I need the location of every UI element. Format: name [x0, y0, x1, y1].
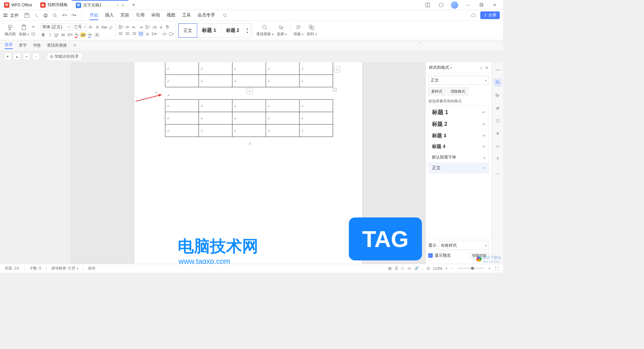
style-item-h2[interactable]: 标题 2↵ [429, 118, 489, 130]
strip-select-icon[interactable] [494, 91, 502, 99]
menu-tab-start[interactable]: 开始 [90, 11, 98, 20]
view-outline-icon[interactable]: ☰ [395, 266, 398, 270]
menu-tab-page[interactable]: 页面 [120, 11, 129, 20]
clear-format-icon[interactable] [108, 24, 114, 30]
subtab-close-icon[interactable]: ✕ [73, 43, 76, 48]
redo-icon[interactable]: ↷▾ [70, 11, 78, 19]
style-heading2[interactable]: 标题 2 [221, 23, 245, 38]
subtab-toc[interactable]: 目录 [5, 42, 13, 49]
strip-more-icon[interactable]: ⋯ [494, 170, 502, 178]
font-color-icon[interactable]: A▾ [74, 32, 79, 38]
arrange-button[interactable]: 排列 ▾ [305, 23, 318, 37]
tab-document[interactable]: W 文字文稿1 • × [72, 0, 128, 10]
style-item-h3[interactable]: 标题 3↵ [429, 130, 489, 141]
strip-styles-icon[interactable] [494, 79, 502, 87]
zoom-out-button[interactable]: － [450, 266, 454, 271]
increase-font-icon[interactable]: A+ [88, 24, 94, 30]
hamburger-icon[interactable] [3, 14, 7, 17]
view-page-icon[interactable]: ▤ [388, 266, 391, 270]
fill-color-icon[interactable]: ◇▾ [162, 31, 167, 37]
table-add-row-button[interactable]: ＋ [247, 88, 253, 94]
superscript-icon[interactable]: X²▾ [67, 32, 73, 38]
strip-collapse-icon[interactable]: — [494, 66, 502, 74]
number-list-icon[interactable]: ≡▾ [125, 24, 130, 30]
italic-icon[interactable]: I [47, 32, 53, 38]
underline-icon[interactable]: U▾ [54, 32, 59, 38]
ribbon-collapse-handle[interactable] [419, 39, 425, 42]
zoom-value[interactable]: 113% [433, 266, 442, 270]
fit-icon[interactable]: ⊡ [427, 266, 430, 270]
format-brush-button[interactable]: 格式刷 [3, 23, 17, 37]
style-item-h4[interactable]: 标题 4↵ [429, 141, 489, 152]
menu-tab-reference[interactable]: 引用 [136, 11, 145, 20]
layout-button[interactable]: 排版 ▾ [292, 23, 305, 37]
font-size-select[interactable]: 三号▾ [72, 23, 87, 31]
zoom-in-button[interactable]: ＋ [488, 266, 491, 271]
strip-shapes-icon[interactable]: ⬡ [494, 117, 502, 125]
paste-button[interactable]: 粘贴 ▾ [18, 23, 30, 37]
strip-settings-icon[interactable]: ⇄ [494, 104, 502, 112]
style-gallery-more[interactable]: ▴▾ [244, 27, 250, 34]
select-button[interactable]: 选择 ▾ [275, 23, 288, 37]
style-heading1[interactable]: 标题 1 [197, 23, 221, 38]
zoom-slider[interactable] [458, 268, 484, 269]
table-2[interactable]: ↲↲↲↲↲ ↲↲↲↲↲ ↲↲↲↲↲ [165, 99, 333, 137]
fullscreen-icon[interactable]: ⛶ [495, 266, 498, 270]
bullet-list-icon[interactable]: ☰▾ [118, 24, 123, 30]
align-justify-icon[interactable] [138, 31, 144, 37]
line-break-icon[interactable]: ↲ [158, 24, 164, 30]
change-case-icon[interactable]: Aa▾ [102, 24, 107, 30]
undo-icon[interactable]: ↶▾ [60, 11, 68, 19]
table-1[interactable]: ↲↲↲↲↲ ↲↲↲↲↲ ↲↲↲↲↲ [165, 62, 333, 87]
new-tab-button[interactable]: ＋ [128, 1, 139, 8]
style-item-default[interactable]: 默认段落字体a [429, 152, 489, 162]
current-style-select[interactable]: 正文▾ [428, 76, 489, 85]
panel-close-icon[interactable]: ✕ [485, 65, 488, 70]
user-avatar[interactable] [449, 0, 460, 10]
menu-tab-tools[interactable]: 工具 [182, 11, 191, 20]
maximize-button[interactable] [476, 0, 486, 10]
clear-format-button[interactable]: 清除格式 [447, 88, 468, 95]
menu-tab-view[interactable]: 视图 [167, 11, 175, 20]
distribute-icon[interactable]: ⫼ [145, 31, 150, 37]
table-add-col-button[interactable]: ＋ [334, 66, 340, 72]
minimize-button[interactable]: — [463, 0, 473, 10]
outline-remove-button[interactable]: － [32, 53, 40, 60]
shading-icon[interactable]: A▾ [88, 32, 93, 38]
align-left-icon[interactable] [118, 31, 123, 37]
strip-help-icon[interactable]: ? [494, 155, 502, 163]
outline-add-button[interactable]: ＋ [23, 53, 30, 60]
view-web-icon[interactable]: ▭ [408, 266, 411, 270]
tab-daoge[interactable]: ◆ 找稻壳模板 [36, 0, 72, 10]
cube-icon[interactable] [436, 0, 446, 10]
view-link-icon[interactable]: 🔗 [414, 266, 419, 270]
align-center-icon[interactable] [125, 31, 130, 37]
outline-expand-button[interactable]: ▴ [13, 53, 21, 60]
new-style-button[interactable]: 新样式 [428, 88, 445, 95]
align-right-icon[interactable] [131, 31, 137, 37]
document-area[interactable]: ✥ ↲↲↲↲↲ ↲↲↲↲↲ ↲↲↲↲↲ ＋ ＋ ↲ ⠿ ↲↲↲↲↲ ↲↲↲↲↲ … [70, 62, 425, 264]
pin-icon[interactable]: ⟐ [480, 65, 482, 70]
search-icon[interactable] [221, 11, 229, 19]
tab-close-icon[interactable]: × [122, 3, 124, 8]
file-menu[interactable]: 文件 [10, 12, 19, 18]
decrease-indent-icon[interactable]: ⇤ [131, 24, 137, 30]
font-name-select[interactable]: 宋体 (正文)▾ [41, 23, 71, 31]
highlight-icon[interactable]: ab▾ [81, 32, 86, 38]
status-words[interactable]: 字数: 0 [30, 266, 41, 271]
view-read-icon[interactable]: ▷ [401, 266, 404, 270]
border-icon[interactable]: ▢▾ [168, 31, 174, 37]
subtab-chapter[interactable]: 章节 [19, 43, 27, 48]
strip-clipboard-icon[interactable]: ▭ [494, 142, 502, 150]
link-icon[interactable] [32, 11, 40, 19]
subtab-findreplace[interactable]: 查找和替换 [47, 43, 67, 48]
menu-tab-member[interactable]: 会员专享 [198, 11, 215, 20]
display-select[interactable]: 有效样式▾ [438, 241, 489, 250]
table-resize-handle[interactable] [333, 88, 336, 91]
style-normal[interactable]: 正文 [178, 23, 197, 38]
print-icon[interactable] [42, 11, 50, 19]
bold-icon[interactable]: B [41, 32, 46, 38]
decrease-font-icon[interactable]: A- [95, 24, 100, 30]
cut-icon[interactable]: ✂ [31, 24, 36, 30]
copy-icon[interactable]: ⿻ [31, 32, 36, 37]
